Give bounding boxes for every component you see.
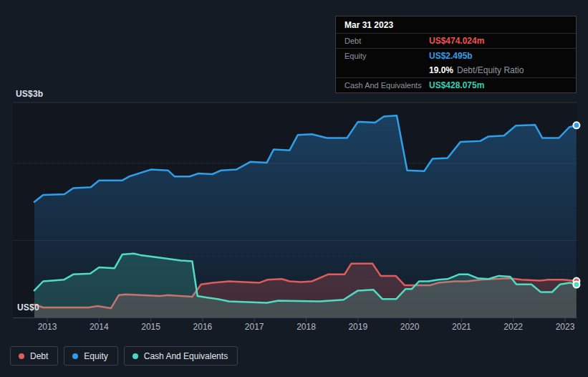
legend-cash-label: Cash And Equivalents xyxy=(144,351,228,361)
x-axis-year-label: 2020 xyxy=(394,322,425,332)
x-axis-year-label: 2015 xyxy=(135,322,167,332)
tooltip-ratio-value: 19.0% xyxy=(429,65,453,75)
x-axis-year-label: 2017 xyxy=(238,322,270,332)
tooltip-equity-row: Equity US$2.495b xyxy=(336,48,576,63)
tooltip-equity-label: Equity xyxy=(344,52,429,60)
x-axis-year-label: 2013 xyxy=(32,322,63,332)
x-axis-year-label: 2019 xyxy=(342,322,374,332)
x-axis-year-label: 2023 xyxy=(549,322,581,332)
x-axis-year-label: 2014 xyxy=(83,322,115,332)
y-axis-max-label: US$3b xyxy=(16,89,43,99)
equity-dot-icon xyxy=(72,353,78,359)
tooltip-debt-value: US$474.024m xyxy=(429,36,484,46)
x-axis-year-label: 2018 xyxy=(291,322,322,332)
debt-equity-cash-chart: US$3b US$0 20132014201520162017201820192… xyxy=(0,0,588,377)
tooltip-cash-row: Cash And Equivalents US$428.075m xyxy=(336,77,576,92)
legend-equity-label: Equity xyxy=(84,351,107,361)
tooltip-ratio-label: Debt/Equity Ratio xyxy=(457,65,524,75)
tooltip-cash-value: US$428.075m xyxy=(429,80,484,90)
legend: Debt Equity Cash And Equivalents xyxy=(10,346,238,366)
debt-dot-icon xyxy=(19,353,24,359)
legend-item-equity[interactable]: Equity xyxy=(64,346,117,366)
x-axis-year-label: 2022 xyxy=(498,322,529,332)
tooltip-date: Mar 31 2023 xyxy=(336,16,576,33)
tooltip: Mar 31 2023 Debt US$474.024m Equity US$2… xyxy=(335,16,577,93)
tooltip-debt-row: Debt US$474.024m xyxy=(336,33,576,48)
tooltip-ratio-row: 19.0% Debt/Equity Ratio xyxy=(336,63,576,77)
x-axis-year-label: 2016 xyxy=(187,322,218,332)
tooltip-equity-value: US$2.495b xyxy=(429,51,473,61)
cash-dot-icon xyxy=(132,353,138,359)
x-axis-year-label: 2021 xyxy=(445,322,477,332)
y-axis-zero-label: US$0 xyxy=(17,302,39,312)
legend-debt-label: Debt xyxy=(30,351,48,361)
legend-item-debt[interactable]: Debt xyxy=(10,346,58,366)
tooltip-cash-label: Cash And Equivalents xyxy=(344,81,429,90)
tooltip-debt-label: Debt xyxy=(344,37,429,45)
legend-item-cash[interactable]: Cash And Equivalents xyxy=(124,346,238,366)
